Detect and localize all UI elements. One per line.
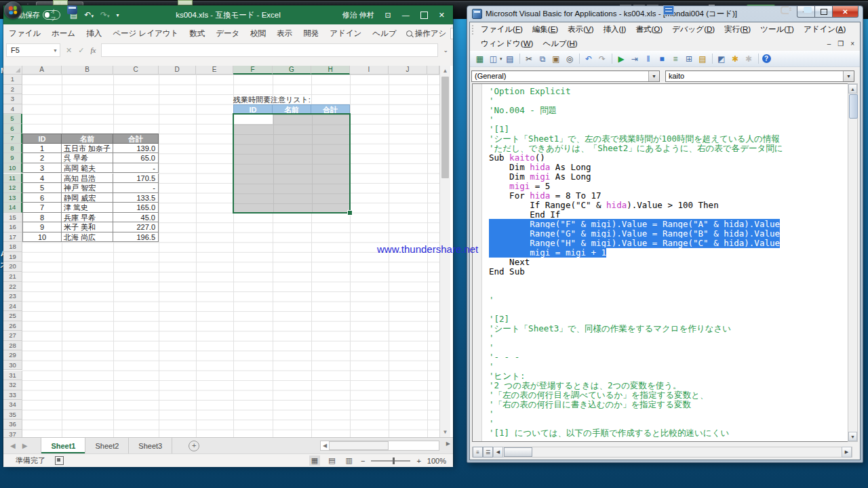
reset-icon[interactable]: ■ bbox=[656, 54, 668, 64]
left-table-cell[interactable]: - bbox=[113, 183, 159, 193]
left-table-header-cell[interactable]: ID bbox=[22, 134, 62, 144]
close-button[interactable]: ✕ bbox=[439, 11, 445, 20]
active-cell[interactable] bbox=[234, 115, 273, 124]
code-line[interactable]: '[2] bbox=[489, 314, 509, 324]
customize-qat-icon[interactable]: ▾ bbox=[117, 12, 119, 18]
column-header-G[interactable]: G bbox=[273, 66, 311, 75]
scroll-left-icon[interactable]: ◀ bbox=[321, 443, 329, 449]
ribbon-tab-ヘルプ[interactable]: ヘルプ bbox=[367, 28, 401, 39]
left-table-cell[interactable]: 津 篤史 bbox=[62, 203, 113, 213]
left-table-cell[interactable]: 7 bbox=[22, 203, 62, 213]
code-line[interactable]: 'No.004 - 問題 bbox=[489, 106, 557, 115]
enter-icon[interactable]: ✓ bbox=[78, 46, 84, 55]
left-table-cell[interactable]: 五日市 加奈子 bbox=[62, 144, 113, 154]
code-vertical-scrollbar[interactable]: ▲ ▼ bbox=[848, 83, 858, 442]
left-table-cell[interactable]: 196.5 bbox=[113, 232, 159, 243]
left-table-cell[interactable]: 65.0 bbox=[113, 153, 159, 163]
row-header-1[interactable]: 1 bbox=[3, 75, 22, 85]
row-header-7[interactable]: 7 bbox=[3, 134, 22, 144]
left-table-cell[interactable]: 170.5 bbox=[113, 174, 159, 184]
code-line[interactable]: 'Option Explicit bbox=[489, 87, 570, 96]
maximize-button[interactable] bbox=[420, 12, 428, 19]
code-vscroll-thumb[interactable] bbox=[849, 94, 858, 119]
code-line[interactable]: 'ヒント: bbox=[489, 371, 525, 381]
code-line[interactable]: ' bbox=[489, 333, 494, 343]
ribbon-tab-ホーム[interactable]: ホーム bbox=[46, 28, 81, 39]
row-header-26[interactable]: 26 bbox=[3, 321, 22, 331]
code-line[interactable]: '- - - bbox=[489, 352, 519, 362]
menu-実行[interactable]: 実行(R) bbox=[719, 24, 755, 35]
column-header-B[interactable]: B bbox=[62, 66, 113, 75]
left-table-cell[interactable]: 6 bbox=[22, 193, 62, 203]
ribbon-tab-ページ レイアウト[interactable]: ページ レイアウト bbox=[107, 28, 184, 39]
object-dropdown[interactable]: (General) ▼ bbox=[471, 70, 660, 82]
row-header-27[interactable]: 27 bbox=[3, 331, 22, 341]
menu-挿入[interactable]: 挿入(I) bbox=[599, 24, 631, 35]
row-header-15[interactable]: 15 bbox=[3, 213, 22, 223]
insert-function-icon[interactable]: fx bbox=[90, 46, 96, 54]
left-table-cell[interactable]: 139.0 bbox=[113, 144, 159, 154]
row-header-4[interactable]: 4 bbox=[3, 104, 22, 115]
zoom-out-icon[interactable]: − bbox=[361, 457, 365, 465]
ribbon-tab-表示[interactable]: 表示 bbox=[271, 28, 298, 39]
row-header-5[interactable]: 5 bbox=[3, 114, 22, 124]
sheet-nav-left-icon[interactable]: ◀ bbox=[10, 442, 16, 449]
ribbon-tab-file[interactable]: ファイル bbox=[3, 28, 46, 39]
object-browser-icon[interactable]: ◩ bbox=[716, 54, 728, 64]
column-header-H[interactable]: H bbox=[311, 66, 350, 75]
row-header-32[interactable]: 32 bbox=[3, 380, 22, 390]
menu-ツール[interactable]: ツール(T) bbox=[755, 24, 799, 35]
formula-input[interactable] bbox=[101, 43, 438, 57]
selected-range[interactable] bbox=[233, 113, 351, 214]
sheet-tab-Sheet2[interactable]: Sheet2 bbox=[85, 438, 129, 453]
redo-icon[interactable]: ↷▾ bbox=[100, 10, 110, 20]
row-header-6[interactable]: 6 bbox=[3, 124, 22, 134]
help-icon[interactable]: ? bbox=[762, 54, 771, 63]
page-break-view-icon[interactable]: ▥ bbox=[344, 455, 355, 466]
left-table-cell[interactable]: 10 bbox=[22, 232, 62, 243]
code-line[interactable]: migi = 5 bbox=[489, 182, 550, 191]
left-table-cell[interactable]: 133.5 bbox=[113, 193, 159, 203]
properties-window-icon[interactable]: ▤ bbox=[697, 54, 709, 64]
left-table-cell[interactable]: 高知 昌浩 bbox=[62, 174, 113, 184]
minimize-button[interactable]: — bbox=[402, 11, 410, 19]
select-all-corner[interactable] bbox=[3, 66, 22, 75]
cancel-icon[interactable]: ✕ bbox=[66, 46, 72, 55]
code-horizontal-scrollbar[interactable]: ≡ ☰ ◀ ▶ bbox=[472, 447, 852, 458]
row-header-16[interactable]: 16 bbox=[3, 222, 22, 232]
scroll-left-icon[interactable]: ◀ bbox=[493, 447, 503, 458]
code-hscroll-thumb[interactable] bbox=[504, 447, 532, 457]
menu-ウィンドウ[interactable]: ウィンドウ(W) bbox=[476, 39, 538, 49]
menu-編集[interactable]: 編集(E) bbox=[528, 24, 563, 35]
ribbon-tab-アドイン[interactable]: アドイン bbox=[324, 28, 367, 39]
zoom-in-icon[interactable]: + bbox=[416, 457, 420, 465]
menu-表示[interactable]: 表示(V) bbox=[563, 24, 598, 35]
code-line[interactable]: ' bbox=[489, 362, 494, 371]
grid-hscroll-thumb[interactable] bbox=[329, 441, 389, 450]
row-header-2[interactable]: 2 bbox=[3, 85, 22, 95]
row-header-12[interactable]: 12 bbox=[3, 183, 22, 193]
menu-アドイン[interactable]: アドイン(A) bbox=[799, 24, 850, 35]
code-line[interactable]: 'シート「Sheet1」で、左の表で残業時間が100時間を超えている人の情報 bbox=[489, 134, 780, 144]
column-header-C[interactable]: C bbox=[113, 66, 159, 75]
row-header-29[interactable]: 29 bbox=[3, 350, 22, 361]
row-header-22[interactable]: 22 bbox=[3, 282, 22, 292]
ribbon-tab-挿入[interactable]: 挿入 bbox=[81, 28, 107, 39]
code-line[interactable]: '[1] bbox=[489, 125, 509, 134]
code-line[interactable]: Dim migi As Long bbox=[489, 172, 591, 182]
code-line[interactable]: If Range("C" & hida).Value > 100 Then bbox=[489, 201, 719, 210]
left-table-cell[interactable]: 高岡 範夫 bbox=[62, 163, 113, 174]
step-icon[interactable]: ⇥ bbox=[629, 54, 641, 64]
scroll-down-icon[interactable]: ▼ bbox=[848, 432, 857, 441]
row-header-23[interactable]: 23 bbox=[3, 291, 22, 302]
share-button[interactable]: ↥ bbox=[450, 28, 453, 39]
column-header-D[interactable]: D bbox=[159, 66, 196, 75]
save-icon[interactable]: ▤ bbox=[505, 54, 516, 64]
row-header-35[interactable]: 35 bbox=[3, 410, 22, 420]
paste-icon[interactable]: ▣ bbox=[551, 54, 562, 64]
scroll-right-icon[interactable]: ▶ bbox=[842, 447, 852, 458]
code-line[interactable]: ' bbox=[489, 115, 494, 125]
left-table-cell[interactable]: - bbox=[113, 163, 159, 174]
row-header-33[interactable]: 33 bbox=[3, 390, 22, 401]
ribbon-tab-開発[interactable]: 開発 bbox=[298, 28, 324, 39]
